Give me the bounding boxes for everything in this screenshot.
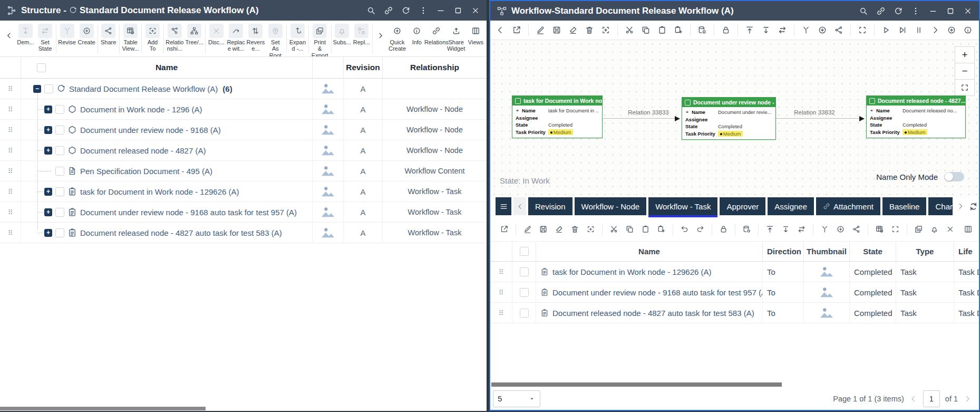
- toolbar-views-button[interactable]: Views: [466, 24, 486, 45]
- wf-revise-icon[interactable]: [801, 25, 811, 35]
- grid-erase-icon[interactable]: [555, 225, 564, 234]
- search-icon[interactable]: [366, 6, 376, 15]
- toolbar-print-export-button[interactable]: Print & Export: [310, 24, 330, 57]
- wf-db-settings-icon[interactable]: [697, 25, 707, 35]
- node-header[interactable]: task for Document in Work node ...: [512, 96, 602, 106]
- grid-undo-icon[interactable]: [680, 225, 689, 234]
- grid-create-icon[interactable]: [836, 225, 845, 234]
- wf-edit-icon[interactable]: [536, 25, 545, 35]
- toolbar-share-widget-button[interactable]: Share Widget: [446, 24, 466, 52]
- row-checkbox[interactable]: [55, 105, 64, 114]
- maximize-icon[interactable]: [946, 6, 955, 16]
- grid-paste-new-icon[interactable]: [657, 225, 666, 234]
- toolbar-back-button[interactable]: [2, 24, 16, 47]
- tab-assignee[interactable]: Assignee: [768, 197, 814, 215]
- toolbar-discard-button[interactable]: Disc...: [207, 24, 226, 45]
- toolbar-add-to-button[interactable]: Add To: [143, 24, 162, 52]
- toolbar-table-view-button[interactable]: Table View...: [121, 24, 141, 52]
- toolbar-quick-create-button[interactable]: Quick Create: [387, 24, 407, 52]
- node-header[interactable]: Document released node - 4827...: [867, 96, 965, 106]
- row-expander-plus[interactable]: +: [44, 229, 52, 237]
- row-checkbox[interactable]: [55, 167, 64, 176]
- grid-columns-icon[interactable]: [964, 225, 973, 234]
- grid-notify-icon[interactable]: [930, 225, 939, 234]
- toolbar-set-as-root-button[interactable]: Set As Root: [266, 24, 286, 57]
- kebab-icon[interactable]: [911, 6, 920, 16]
- grid-db-settings-icon[interactable]: [742, 225, 751, 234]
- select-all-checkbox[interactable]: [37, 63, 46, 72]
- grid-redo-icon[interactable]: [696, 225, 705, 234]
- select-all-checkbox[interactable]: [520, 247, 529, 256]
- toolbar-replace-button[interactable]: Repl...: [352, 24, 371, 45]
- tab-approver[interactable]: Approver: [720, 197, 765, 215]
- row-expander-plus[interactable]: +: [44, 126, 52, 134]
- toolbar-reverse-button[interactable]: Revers e...: [246, 24, 265, 52]
- name-cell[interactable]: +Document released node - 4827 (A): [21, 140, 313, 160]
- item-name-link[interactable]: Document released node - 4827 (A): [80, 146, 206, 155]
- toolbar-relationships-button[interactable]: Relatio nshi...: [165, 24, 185, 52]
- drag-handle[interactable]: ⠿: [0, 79, 21, 99]
- row-checkbox[interactable]: [55, 187, 64, 196]
- tab-workflow-task[interactable]: Workflow - Task: [648, 197, 717, 215]
- next-page-icon[interactable]: [963, 395, 972, 403]
- wf-paste-new-icon[interactable]: [674, 25, 683, 35]
- item-name-link[interactable]: Document under review node - 9168 auto t…: [552, 288, 763, 297]
- tab-scroll-right-button[interactable]: [955, 197, 966, 215]
- toolbar-expand-button[interactable]: Expan d -...: [288, 24, 308, 52]
- table-row[interactable]: ⠿+Document under review node - 9168 auto…: [0, 202, 487, 223]
- row-checkbox[interactable]: [55, 228, 64, 237]
- wf-open-new-icon[interactable]: [512, 25, 521, 35]
- grid-remove-icon[interactable]: [946, 225, 955, 234]
- wf-add-frame-icon[interactable]: [601, 25, 610, 35]
- wf-set-state-icon[interactable]: [778, 25, 787, 35]
- grid-paste-icon[interactable]: [641, 225, 650, 234]
- wf-share-icon[interactable]: [834, 25, 843, 35]
- tab-char[interactable]: Char: [928, 197, 953, 215]
- name-column-header[interactable]: Name: [536, 242, 763, 261]
- right-horizontal-scrollbar[interactable]: [490, 382, 979, 387]
- table-row[interactable]: ⠿task for Document in Work node - 129626…: [490, 262, 979, 282]
- name-cell[interactable]: +Document released node - 4827 auto task…: [21, 223, 313, 243]
- minimize-icon[interactable]: [928, 6, 938, 16]
- search-icon[interactable]: [859, 6, 868, 16]
- table-row[interactable]: ⠿Pen Specification Document - 495 (A)AWo…: [0, 161, 487, 181]
- toolbar-demote-button[interactable]: Dem...: [16, 24, 35, 45]
- tab-revision[interactable]: Revision: [528, 197, 573, 215]
- node-checkbox[interactable]: [869, 98, 875, 104]
- wf-select-frame-icon[interactable]: [858, 25, 867, 35]
- kebab-icon[interactable]: [419, 6, 428, 15]
- zoom-out-button[interactable]: −: [955, 63, 974, 80]
- name-only-mode-toggle[interactable]: [944, 172, 964, 181]
- grid-copy-icon[interactable]: [625, 225, 634, 234]
- wf-start-icon[interactable]: [881, 25, 891, 35]
- previous-page-icon[interactable]: [909, 395, 918, 403]
- grid-add-frame-icon[interactable]: [586, 225, 595, 234]
- refresh-icon[interactable]: [894, 6, 903, 16]
- row-checkbox[interactable]: [55, 146, 64, 155]
- wf-lock-icon[interactable]: [721, 25, 731, 35]
- zoom-in-button[interactable]: +: [955, 47, 974, 63]
- drag-handle[interactable]: ⠿: [490, 282, 512, 302]
- row-checkbox[interactable]: [55, 126, 64, 135]
- grid-print-export-icon[interactable]: [914, 225, 923, 234]
- wf-demote-icon[interactable]: [761, 25, 771, 35]
- link-icon[interactable]: [876, 6, 886, 16]
- item-name-link[interactable]: task for Document in Work node - 129626 …: [80, 187, 239, 196]
- item-name-link[interactable]: Document in Work node - 1296 (A): [80, 105, 202, 114]
- close-icon[interactable]: [471, 6, 480, 15]
- row-checkbox[interactable]: [55, 208, 64, 217]
- wf-import-icon[interactable]: [745, 25, 754, 35]
- checkbox-column-header[interactable]: [512, 242, 536, 261]
- page-size-select[interactable]: 5: [493, 390, 540, 407]
- relationship-column-header[interactable]: Relationship: [383, 57, 487, 78]
- item-name-link[interactable]: task for Document in Work node - 129626 …: [552, 267, 712, 276]
- toolbar-set-state-button[interactable]: Set State: [35, 24, 55, 52]
- wf-cut-icon[interactable]: [625, 25, 634, 35]
- close-icon[interactable]: [963, 6, 973, 16]
- maximize-icon[interactable]: [453, 6, 463, 15]
- wf-delete-icon[interactable]: [585, 25, 594, 35]
- tab-attachment[interactable]: Attachment: [816, 197, 880, 215]
- item-name-link[interactable]: Document under review node - 9168 auto t…: [80, 208, 297, 217]
- row-expander-plus[interactable]: +: [44, 208, 52, 216]
- toolbar-create-button[interactable]: Create: [77, 24, 96, 45]
